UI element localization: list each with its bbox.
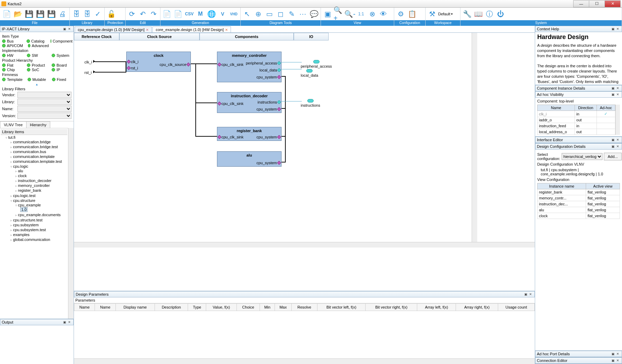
open-icon[interactable]: 📂 [13, 9, 23, 19]
library-tree[interactable]: Library items tut.fi communication.bridg… [0, 128, 68, 319]
cfg1-icon[interactable]: ⚙ [396, 9, 406, 19]
io-port[interactable]: peripheral_access [301, 60, 332, 68]
page-icon[interactable]: ▭ [264, 9, 275, 19]
panel-close-icon[interactable]: ✕ [615, 26, 620, 31]
params-table[interactable]: NameNameDisplay name DescriptionTypeValu… [74, 303, 535, 311]
col-header[interactable]: Components [200, 33, 294, 40]
print-icon[interactable]: 🖨 [57, 9, 68, 19]
minimize-button[interactable]: — [573, 0, 589, 7]
vhd-icon[interactable]: VHD [228, 9, 239, 19]
book-icon[interactable]: 📖 [473, 9, 484, 19]
tree-item[interactable]: register_bank [15, 188, 67, 193]
ext-port[interactable]: rst_i [84, 70, 92, 75]
zoom11-icon[interactable]: 1:1 [356, 9, 366, 19]
panel-float-icon[interactable]: ▣ [610, 351, 615, 356]
new-icon[interactable]: 📄 [1, 9, 12, 19]
tree-item[interactable]: communication.bridge [10, 139, 67, 144]
panel-close-icon[interactable]: ✕ [615, 137, 620, 142]
component-alu[interactable]: alu cpu_system [217, 151, 282, 167]
filter-product[interactable]: Product [27, 63, 47, 67]
m-icon[interactable]: M [195, 9, 206, 19]
io-port[interactable]: local_data [301, 69, 318, 77]
power-icon[interactable]: ⏻ [495, 9, 506, 19]
info-icon[interactable]: ⓘ [484, 9, 495, 19]
v-icon[interactable]: V [217, 9, 228, 19]
component-clock[interactable]: clock clk_i rst_i cpu_clk_source [126, 52, 191, 72]
lock-icon[interactable]: 🔓 [106, 9, 117, 19]
undo-icon[interactable]: ↶ [138, 9, 148, 19]
canvas-hscroll[interactable] [74, 242, 535, 248]
tree-item[interactable]: communication.template [10, 154, 67, 159]
panel-float-icon[interactable]: ▣ [62, 26, 67, 31]
maximize-button[interactable]: ☐ [589, 0, 605, 7]
tree-item-selected[interactable]: 1.0 [20, 207, 67, 212]
tree-item[interactable]: communication.bus [10, 149, 67, 154]
window-icon[interactable]: ▣ [322, 9, 333, 19]
tree-item[interactable]: clock [15, 173, 67, 178]
col-header[interactable]: Clock Source [119, 33, 200, 40]
panel-float-icon[interactable]: ▣ [610, 26, 615, 31]
tree-root[interactable]: tut.fi communication.bridge communicatio… [6, 135, 67, 242]
panel-close-icon[interactable]: ✕ [67, 26, 72, 31]
filter-flat[interactable]: Flat [2, 63, 22, 67]
eye-icon[interactable]: 👁 [378, 9, 389, 19]
col-header[interactable]: Reference Clock [74, 33, 119, 40]
panel-float-icon[interactable]: ▣ [62, 320, 67, 325]
view-cfg-table[interactable]: Instance nameActive view register_bankfl… [537, 183, 620, 219]
panel-float-icon[interactable]: ▣ [523, 292, 528, 297]
db-refresh-icon[interactable]: 🗄 [82, 9, 92, 19]
component-register-bank[interactable]: register_bank cpu_clk_sink cpu_system [217, 127, 282, 141]
add-icon[interactable]: ⊕ [253, 9, 264, 19]
tree-item[interactable]: communication.template.test [10, 159, 67, 164]
version-select[interactable] [17, 113, 72, 119]
filter-catalog[interactable]: Catalog [27, 39, 46, 43]
filter-advanced[interactable]: Advanced [28, 44, 49, 48]
close-icon[interactable]: ✕ [225, 28, 228, 32]
tree-item[interactable]: cpu_example.documents [15, 212, 67, 217]
tree-item[interactable]: alu [15, 168, 67, 173]
tree-item[interactable]: cpu.logic.test [10, 193, 67, 198]
filter-system[interactable]: System [52, 53, 72, 58]
filter-hw[interactable]: HW [2, 53, 22, 58]
filter-chip[interactable]: Chip [2, 68, 22, 72]
select-configuration[interactable]: hierarchical_verilog [562, 153, 602, 160]
library-select[interactable] [17, 99, 72, 105]
design-canvas[interactable]: Reference Clock Clock Source Components … [74, 33, 472, 242]
close-button[interactable]: ✕ [605, 0, 621, 7]
filter-component[interactable]: Component [51, 39, 72, 43]
filter-soc[interactable]: SoC [27, 68, 47, 72]
pen-icon[interactable]: ✎ [286, 9, 297, 19]
pointer-icon[interactable]: ↖ [242, 9, 253, 19]
panel-float-icon[interactable]: ▣ [610, 92, 615, 97]
doc-tab-2[interactable]: core_example.design (1.0) [HW Design]✕ [152, 26, 231, 32]
panel-close-icon[interactable]: ✕ [67, 320, 72, 325]
panel-close-icon[interactable]: ✕ [528, 292, 533, 297]
panel-close-icon[interactable]: ✕ [615, 86, 620, 91]
zoomout-icon[interactable]: 🔍- [345, 9, 355, 19]
component-memory-controller[interactable]: memory_controller cpu_clk_sink periphera… [217, 52, 282, 82]
panel-close-icon[interactable]: ✕ [615, 92, 620, 97]
tree-item[interactable]: examples [10, 232, 67, 237]
doc-icon[interactable]: 📄 [162, 9, 172, 19]
panel-float-icon[interactable]: ▣ [610, 144, 615, 149]
doc2-icon[interactable]: 📄 [173, 9, 183, 19]
tree-item[interactable]: cpu.logic alu clock instruction_decoder … [10, 164, 67, 193]
tree-item[interactable]: cpu.structure.test [10, 218, 67, 222]
panel-close-icon[interactable]: ✕ [615, 358, 620, 363]
wrench-icon[interactable]: 🔧 [462, 9, 472, 19]
refresh-icon[interactable]: ⟳ [127, 9, 137, 19]
tree-item[interactable]: communication.bridge.test [10, 144, 67, 149]
adhoc-table[interactable]: NameDirectionAd-hoc clk_iin✓ iaddr_oout … [537, 105, 615, 135]
db-icon[interactable]: 🗄 [71, 9, 81, 19]
panel-float-icon[interactable]: ▣ [610, 358, 615, 363]
filter-ip[interactable]: IP [52, 68, 72, 72]
tree-item[interactable]: cpu.subsystem.test [10, 227, 67, 232]
link-icon[interactable]: ⋯ [298, 9, 308, 19]
component-instruction-decoder[interactable]: instruction_decoder cpu_clk_sink instruc… [217, 92, 282, 113]
panel-close-icon[interactable]: ✕ [615, 351, 620, 356]
save-icon[interactable]: 💾 [24, 9, 34, 19]
filter-mutable[interactable]: Mutable [28, 77, 47, 82]
filter-bus[interactable]: Bus [2, 39, 22, 43]
tree-item[interactable]: cpu.subsystem [10, 222, 67, 227]
db-check-icon[interactable]: ✓ [93, 9, 103, 19]
